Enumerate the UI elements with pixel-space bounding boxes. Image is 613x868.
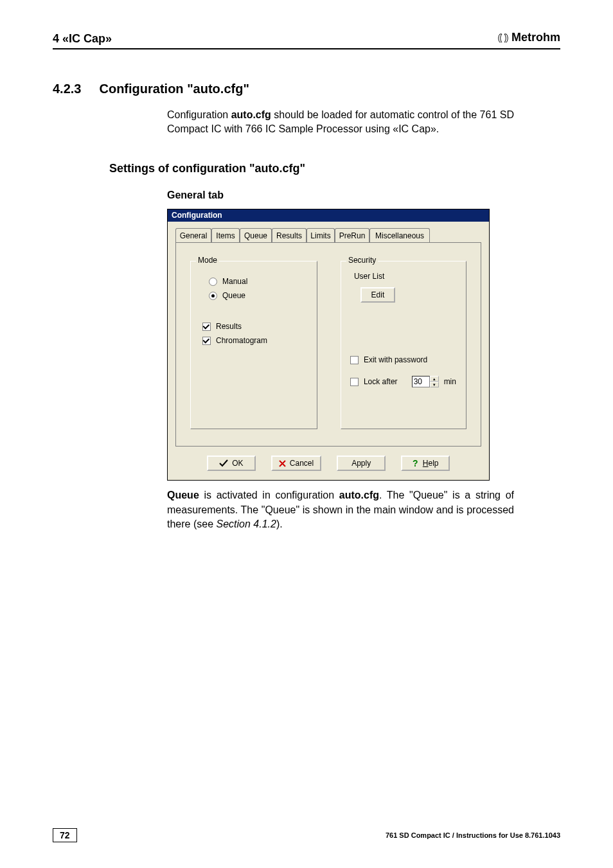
label-chromatogram-check: Chromatogram [216, 336, 267, 345]
intro-paragraph: Configuration auto.cfg should be loaded … [167, 108, 514, 137]
x-icon [279, 460, 286, 467]
security-fieldset: Security User List Edit Exit with passwo… [341, 261, 466, 429]
intro-bold-autocfg: auto.cfg [231, 109, 271, 120]
tab-results[interactable]: Results [272, 228, 306, 242]
apply-button[interactable]: Apply [337, 456, 386, 471]
exit-password-row[interactable]: Exit with password [350, 355, 457, 364]
label-lock-after: Lock after [364, 377, 398, 386]
cancel-button[interactable]: Cancel [271, 456, 321, 471]
tab-strip: General Items Queue Results Limits PreRu… [175, 228, 481, 242]
mode-manual-row[interactable]: Manual [209, 277, 308, 286]
dialog-titlebar: Configuration [168, 209, 489, 222]
page-number: 72 [53, 828, 77, 842]
checkbox-lock-after[interactable] [350, 378, 359, 386]
page-footer: 72 761 SD Compact IC / Instructions for … [53, 828, 560, 842]
question-icon: ? [413, 459, 419, 468]
after-text1: is activated in configuration [199, 490, 339, 500]
after-bold-autocfg: auto.cfg [339, 490, 379, 500]
ok-button[interactable]: OK [207, 456, 256, 471]
section-heading: 4.2.3 Configuration "auto.cfg" [53, 82, 560, 96]
help-label: Help [423, 459, 439, 468]
mode-queue-row[interactable]: Queue [209, 291, 308, 300]
chapter-header-left: 4 «IC Cap» [53, 32, 112, 46]
metrohm-logo-icon [497, 33, 509, 42]
after-italic-section: Section 4.1.2 [216, 518, 276, 529]
lock-after-input[interactable]: 30 [412, 376, 430, 387]
svg-text:?: ? [413, 459, 418, 468]
tab-limits[interactable]: Limits [306, 228, 335, 242]
label-manual: Manual [222, 277, 247, 286]
lock-after-spin-down[interactable]: ▾ [430, 382, 439, 387]
ok-label: OK [232, 459, 243, 468]
label-min: min [444, 377, 456, 386]
tab-prerun[interactable]: PreRun [335, 228, 369, 242]
radio-queue[interactable] [209, 292, 217, 300]
lock-after-spin-up[interactable]: ▴ [430, 376, 439, 382]
tab-miscellaneous[interactable]: Miscellaneous [369, 228, 430, 242]
section-number: 4.2.3 [53, 82, 81, 96]
checkbox-chromatogram[interactable] [202, 337, 211, 345]
after-paragraph: Queue is activated in configuration auto… [167, 488, 514, 531]
label-results-check: Results [216, 322, 242, 331]
help-button[interactable]: ? Help [401, 456, 450, 471]
settings-subhead: Settings of configuration "auto.cfg" [109, 162, 560, 175]
lock-after-row: Lock after 30 ▴ ▾ min [350, 376, 457, 387]
intro-prefix: Configuration [167, 109, 231, 120]
cancel-label: Cancel [290, 459, 314, 468]
mode-legend: Mode [196, 256, 219, 265]
chromatogram-check-row[interactable]: Chromatogram [202, 336, 308, 345]
user-list-label: User List [354, 272, 457, 281]
security-legend: Security [346, 256, 378, 265]
footer-doc-id: 761 SD Compact IC / Instructions for Use… [386, 831, 560, 839]
header-rule [53, 48, 560, 49]
label-queue: Queue [222, 291, 245, 300]
apply-label: Apply [351, 459, 371, 468]
radio-manual[interactable] [209, 278, 217, 286]
brand-name: Metrohm [511, 31, 560, 44]
after-bold-queue: Queue [167, 490, 199, 500]
dialog-button-row: OK Cancel Apply ? Help [175, 456, 481, 471]
tab-items[interactable]: Items [211, 228, 240, 242]
section-title: Configuration "auto.cfg" [99, 82, 249, 96]
after-text3: ). [276, 518, 283, 529]
edit-button[interactable]: Edit [360, 287, 395, 303]
configuration-dialog: Configuration General Items Queue Result… [167, 209, 490, 481]
brand-header: Metrohm [497, 31, 560, 44]
tab-panel-general: Mode Manual Queue Results [175, 242, 481, 447]
results-check-row[interactable]: Results [202, 322, 308, 331]
general-tab-subhead: General tab [167, 190, 560, 201]
tab-general[interactable]: General [175, 228, 211, 242]
mode-fieldset: Mode Manual Queue Results [190, 261, 317, 429]
check-icon [219, 459, 228, 467]
checkbox-results[interactable] [202, 323, 211, 331]
tab-queue[interactable]: Queue [240, 228, 272, 242]
checkbox-exit-password[interactable] [350, 356, 359, 364]
label-exit-password: Exit with password [364, 355, 427, 364]
